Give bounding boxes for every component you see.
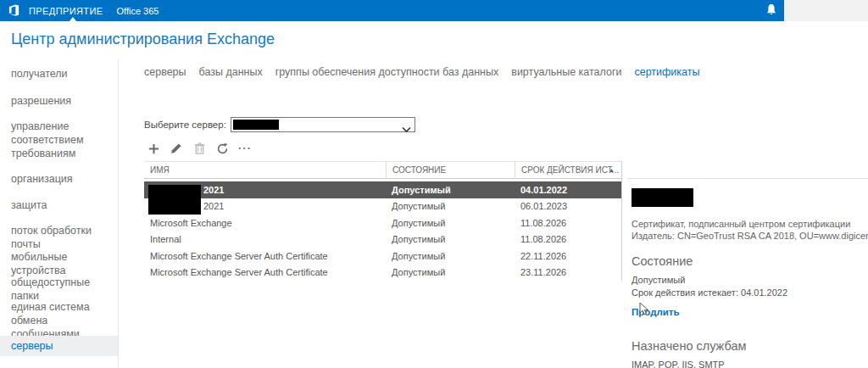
chevron-down-icon	[402, 121, 411, 137]
sidebar-nav: получатели разрешения управление соответ…	[0, 59, 119, 368]
sidebar-item-unified-messaging[interactable]: единая система обмена сообщениями	[0, 300, 118, 341]
redacted-server-name	[233, 120, 279, 130]
redacted-certificate-title	[632, 188, 693, 207]
table-header: ИМЯ СОСТОЯНИЕ СРОК ДЕЙСТВИЯ ИСТ... ▲	[144, 161, 621, 179]
sidebar-item-permissions[interactable]: разрешения	[0, 94, 118, 108]
table-row[interactable]: 2021 Допустимый 06.01.2023	[144, 198, 621, 215]
sidebar-item-mobile[interactable]: мобильные устройства	[0, 250, 118, 277]
certificates-table: ИМЯ СОСТОЯНИЕ СРОК ДЕЙСТВИЯ ИСТ... ▲ 202…	[144, 161, 622, 281]
tab-virtual-directories[interactable]: виртуальные каталоги	[511, 66, 621, 78]
expiry-line: Срок действия истекает: 04.01.2022	[632, 287, 868, 298]
table-row[interactable]: Microsoft Exchange Server Auth Certifica…	[144, 265, 621, 282]
edit-pencil-icon[interactable]	[169, 141, 184, 156]
table-row[interactable]: Microsoft Exchange Допустимый 11.08.2026	[144, 215, 621, 231]
top-bar-right	[784, 0, 868, 21]
add-icon[interactable]	[146, 141, 161, 156]
tab-certificates[interactable]: сертификаты	[634, 66, 699, 78]
certificate-issuer: Издатель: CN=GeoTrust RSA CA 2018, OU=ww…	[632, 231, 868, 241]
tab-dag[interactable]: группы обеспечения доступности баз данны…	[275, 66, 499, 78]
more-ellipsis-icon[interactable]: ···	[237, 141, 253, 156]
status-value: Допустимый	[632, 275, 868, 285]
services-heading: Назначено службам	[632, 339, 868, 353]
sidebar-item-public-folders[interactable]: общедоступные папки	[0, 276, 118, 303]
suite-nav-enterprise[interactable]: ПРЕДПРИЯТИЕ	[29, 0, 103, 21]
sidebar-item-compliance[interactable]: управление соответствием требованиям	[0, 120, 118, 160]
mouse-cursor	[639, 303, 649, 320]
column-header-expiry[interactable]: СРОК ДЕЙСТВИЯ ИСТ... ▲	[515, 161, 621, 179]
sort-asc-icon: ▲	[609, 167, 615, 173]
sidebar-item-servers[interactable]: серверы	[0, 336, 118, 356]
content-tabs: серверы базы данных группы обеспечения д…	[144, 66, 699, 78]
delete-trash-icon[interactable]	[192, 141, 207, 156]
redacted-certificate-names	[148, 185, 201, 215]
active-app-caret	[70, 17, 76, 21]
list-toolbar: ···	[146, 141, 253, 156]
certificate-description: Сертификат, подписанный центром сертифик…	[632, 219, 868, 229]
brand-label: ПРЕДПРИЯТИЕ	[29, 6, 103, 16]
sidebar-item-protection[interactable]: защита	[0, 198, 118, 212]
office-logo-icon[interactable]	[8, 4, 20, 17]
table-row[interactable]: Internal Допустимый 11.08.2026	[144, 231, 621, 248]
tab-databases[interactable]: базы данных	[199, 66, 263, 78]
sidebar-item-organization[interactable]: организация	[0, 172, 118, 186]
sidebar-item-mail-flow[interactable]: поток обработки почты	[0, 224, 118, 251]
refresh-icon[interactable]	[214, 141, 230, 156]
table-row[interactable]: Microsoft Exchange Server Auth Certifica…	[144, 248, 621, 265]
services-value: IMAP, POP, IIS, SMTP	[632, 360, 868, 368]
server-picker-label: Выберите сервер:	[144, 120, 226, 130]
exchange-admin-center: ПРЕДПРИЯТИЕ Office 365 Центр администрир…	[0, 0, 868, 368]
office-365-link[interactable]: Office 365	[117, 6, 159, 16]
table-body: 2021 Допустимый 04.01.2022 2021 Допустим…	[144, 181, 621, 281]
status-heading: Состояние	[632, 254, 868, 268]
page-title: Центр администрирования Exchange	[11, 31, 275, 48]
notifications-bell-icon[interactable]	[764, 3, 779, 21]
table-row[interactable]: 2021 Допустимый 04.01.2022	[144, 181, 621, 198]
sidebar-item-recipients[interactable]: получатели	[0, 67, 118, 81]
column-header-state[interactable]: СОСТОЯНИЕ	[386, 161, 515, 179]
server-select-dropdown[interactable]	[231, 117, 415, 132]
certificate-details-panel: Сертификат, подписанный центром сертифик…	[627, 178, 868, 368]
top-bar: ПРЕДПРИЯТИЕ Office 365	[0, 0, 784, 21]
tab-servers[interactable]: серверы	[144, 66, 186, 78]
column-header-name[interactable]: ИМЯ	[144, 161, 386, 179]
